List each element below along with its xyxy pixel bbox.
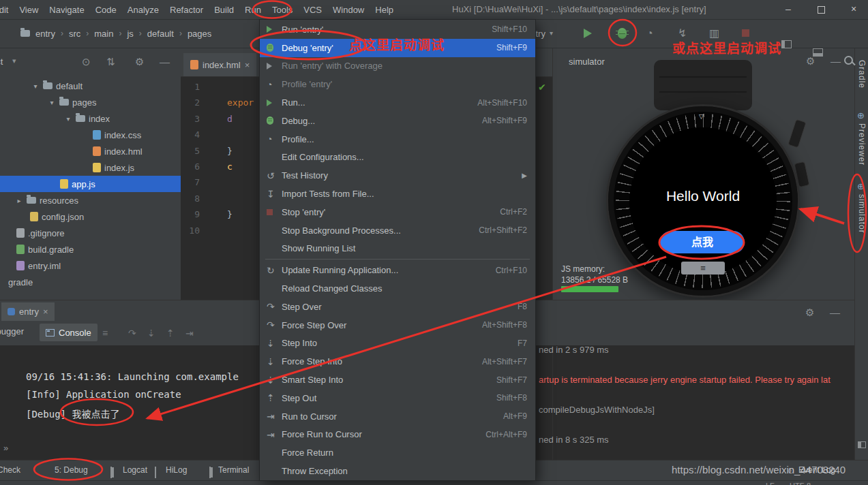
watch-click-me-button[interactable]: 点我 [660, 231, 745, 253]
run-menu-item-edit-configurations[interactable]: Edit Configurations... [260, 148, 535, 167]
tab-previewer[interactable]: ⊕ Previewer [857, 110, 867, 166]
tree-item-resources[interactable]: ▸ resources [0, 192, 181, 208]
tree-item-gitignore[interactable]: .gitignore [0, 225, 181, 241]
run-menu-item-throw-exception[interactable]: Throw Exception [260, 462, 535, 480]
run-menu-item-show-running-list[interactable]: Show Running List [260, 240, 535, 258]
run-menu-item-run-entry[interactable]: Run 'entry' Shift+F10 [260, 20, 535, 39]
tab-terminal[interactable]: Terminal [218, 460, 249, 480]
project-view-selector[interactable]: Project [0, 48, 3, 76]
run-menu-item-reload-changed-classes[interactable]: Reload Changed Classes [260, 279, 535, 298]
menu-item-code[interactable]: Code [90, 1, 122, 19]
menu-item-build[interactable]: Build [209, 1, 239, 19]
run-menu-item-force-return[interactable]: Force Return [260, 443, 535, 462]
tab-simulator[interactable]: ⊕ simulator [857, 181, 867, 234]
tab-index-hml[interactable]: index.hml × [183, 53, 256, 76]
step-over-icon[interactable]: ↷ [128, 328, 136, 339]
breadcrumb-main[interactable]: main [93, 29, 115, 39]
list-view-icon[interactable]: ≡ [102, 328, 108, 339]
tree-item-build-gradle[interactable]: build.gradle [0, 241, 181, 257]
run-to-cursor-icon[interactable]: ⇥ [185, 328, 194, 339]
minimize-button[interactable]: – [781, 0, 796, 18]
maximize-button[interactable] [818, 6, 825, 14]
run-menu-item-force-step-into[interactable]: ⇣ Force Step Into Alt+Shift+F7 [260, 352, 535, 371]
code-area[interactable]: expor d } c } [227, 79, 254, 238]
expand-collapse-icon[interactable]: ⇅ [106, 57, 115, 67]
run-menu-item-debug[interactable]: Debug... Alt+Shift+F9 [260, 112, 535, 130]
run-menu-item-run-to-cursor[interactable]: ⇥ Run to Cursor Alt+F9 [260, 407, 535, 426]
tree-item-app-js[interactable]: app.js [0, 176, 181, 192]
menu-item-edit[interactable]: Edit [0, 1, 14, 19]
tree-item-gradle[interactable]: gradle [0, 274, 181, 290]
run-button[interactable] [584, 29, 592, 38]
run-menu-item-profile[interactable]: ◔ Profile... [260, 130, 535, 148]
attach-debugger-button[interactable]: ↯ [678, 28, 687, 39]
hide-panel-icon[interactable]: — [830, 307, 840, 317]
tab-code-check[interactable]: Code Check [0, 460, 20, 480]
run-menu-item-force-step-over[interactable]: ↷ Force Step Over Alt+Shift+F8 [260, 316, 535, 334]
run-menu-item-stop-entry[interactable]: Stop 'entry' Ctrl+F2 [260, 203, 535, 221]
gear-icon[interactable]: ⚙ [135, 57, 144, 67]
run-menu-item-run-with-coverage[interactable]: Run 'entry' with Coverage [260, 57, 535, 76]
breadcrumb-src[interactable]: src [68, 29, 82, 39]
gear-icon[interactable]: ⚙ [805, 307, 814, 317]
hide-panel-icon[interactable]: — [830, 56, 841, 66]
tree-item-pages[interactable]: ▾ pages [0, 94, 181, 110]
run-menu-item-step-into[interactable]: ⇣ Step Into F7 [260, 334, 535, 353]
expand-arrow-icon[interactable]: ▾ [64, 115, 72, 123]
gear-icon[interactable]: ⚙ [806, 56, 815, 66]
run-menu-item-step-out[interactable]: ⇡ Step Out Shift+F8 [260, 389, 535, 407]
step-out-icon[interactable]: ⇡ [166, 328, 175, 339]
tree-item-entry-iml[interactable]: entry.iml [0, 257, 181, 274]
menu-item-help[interactable]: Help [370, 1, 399, 19]
tab-debugger[interactable]: Debugger [0, 326, 24, 337]
menu-item-tools[interactable]: Tools [267, 1, 298, 19]
debug-button[interactable] [618, 28, 627, 39]
close-window-button[interactable]: × [846, 0, 861, 18]
tab-console[interactable]: Console [40, 324, 98, 341]
tab-debug[interactable]: 5: Debug [55, 460, 88, 480]
menu-item-navigate[interactable]: Navigate [44, 1, 89, 19]
layout-button[interactable] [813, 48, 823, 57]
close-session-icon[interactable]: × [43, 307, 48, 317]
tab-hilog[interactable]: HiLog [166, 460, 187, 480]
collapse-arrow-icon[interactable]: ▸ [15, 197, 23, 204]
run-menu-item-import-tests[interactable]: ↧ Import Tests from File... [260, 185, 535, 203]
expand-strip-icon[interactable]: » [3, 443, 8, 452]
encoding-indicator[interactable]: UTF-8 [790, 481, 811, 485]
run-menu-item-update-running-application[interactable]: ↻ Update Running Application... Ctrl+F10 [260, 261, 535, 279]
run-menu-item-test-history[interactable]: ↺ Test History ▶ [260, 166, 535, 185]
tree-item-index-css[interactable]: index.css [0, 127, 181, 143]
line-separator-indicator[interactable]: LF [766, 481, 775, 485]
run-menu-item-profile-entry[interactable]: ◔ Profile 'entry' [260, 75, 535, 93]
run-menu-item-stop-background[interactable]: Stop Background Processes... Ctrl+Shift+… [260, 221, 535, 240]
stop-button[interactable] [742, 29, 749, 37]
tree-item-index-hml[interactable]: index.hml [0, 143, 181, 159]
hide-panels-button[interactable] [781, 40, 792, 48]
run-menu-item-debug-entry[interactable]: Debug 'entry' Shift+F9 [260, 39, 535, 57]
menu-item-window[interactable]: Window [327, 1, 370, 19]
menu-item-run[interactable]: Run [239, 1, 267, 19]
select-opened-file-icon[interactable]: ⊙ [82, 57, 91, 67]
hide-panel-icon[interactable]: — [160, 57, 170, 67]
tab-gradle[interactable]: Gradle [857, 60, 867, 89]
breadcrumb-default[interactable]: default [146, 29, 175, 39]
tab-logcat[interactable]: Logcat [123, 460, 147, 480]
debug-session-tab-entry[interactable]: entry × [1, 302, 55, 321]
search-everywhere-button[interactable] [844, 56, 853, 65]
close-tab-icon[interactable]: × [245, 60, 250, 70]
tree-item-config-json[interactable]: config.json [0, 208, 181, 225]
coverage-button[interactable]: ▥ [709, 28, 719, 39]
tree-item-default[interactable]: ▾ default [0, 78, 181, 94]
menu-item-view[interactable]: View [14, 1, 44, 19]
expand-arrow-icon[interactable]: ▾ [31, 82, 40, 90]
window-layout-icon[interactable] [858, 441, 866, 448]
menu-item-analyze[interactable]: Analyze [122, 1, 164, 19]
tree-item-index[interactable]: ▾ index [0, 110, 181, 127]
step-into-icon[interactable]: ⇣ [147, 328, 155, 339]
breadcrumb-js[interactable]: js [125, 29, 134, 39]
tree-item-index-js[interactable]: index.js [0, 159, 181, 176]
watch-menu-button[interactable]: ≡ [681, 262, 725, 275]
run-menu-item-force-run-to-cursor[interactable]: ⇥ Force Run to Cursor Ctrl+Alt+F9 [260, 426, 535, 444]
breadcrumb-pages[interactable]: pages [186, 29, 213, 39]
profiler-button[interactable]: ◔ [646, 28, 653, 39]
